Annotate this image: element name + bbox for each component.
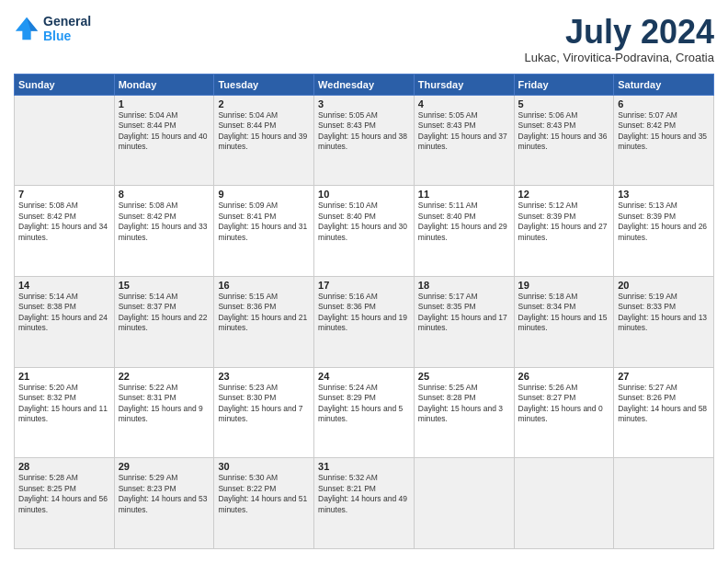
logo-text: General Blue: [43, 14, 91, 43]
day-info: Sunrise: 5:07 AMSunset: 8:42 PMDaylight:…: [618, 110, 710, 153]
logo-icon: [14, 16, 40, 41]
day-number: 8: [119, 189, 210, 200]
day-info: Sunrise: 5:26 AMSunset: 8:27 PMDaylight:…: [518, 383, 610, 425]
day-number: 30: [218, 461, 310, 472]
header-tuesday: Tuesday: [214, 74, 314, 95]
table-row: 12Sunrise: 5:12 AMSunset: 8:39 PMDayligh…: [514, 186, 614, 277]
day-info: Sunrise: 5:04 AMSunset: 8:44 PMDaylight:…: [218, 110, 310, 153]
day-info: Sunrise: 5:06 AMSunset: 8:43 PMDaylight:…: [518, 110, 610, 153]
table-row: 16Sunrise: 5:15 AMSunset: 8:36 PMDayligh…: [214, 276, 314, 367]
table-row: 17Sunrise: 5:16 AMSunset: 8:36 PMDayligh…: [314, 276, 415, 367]
table-row: [614, 458, 714, 549]
day-number: 16: [218, 280, 310, 291]
day-info: Sunrise: 5:29 AMSunset: 8:23 PMDaylight:…: [119, 473, 210, 515]
day-info: Sunrise: 5:30 AMSunset: 8:22 PMDaylight:…: [218, 473, 310, 515]
day-number: 5: [518, 98, 610, 109]
calendar-header-row: Sunday Monday Tuesday Wednesday Thursday…: [15, 74, 714, 95]
month-title: July 2024: [525, 14, 714, 51]
day-info: Sunrise: 5:04 AMSunset: 8:44 PMDaylight:…: [119, 110, 210, 153]
day-info: Sunrise: 5:05 AMSunset: 8:43 PMDaylight:…: [318, 110, 410, 153]
day-info: Sunrise: 5:32 AMSunset: 8:21 PMDaylight:…: [318, 473, 410, 515]
table-row: 13Sunrise: 5:13 AMSunset: 8:39 PMDayligh…: [614, 186, 714, 277]
day-number: 21: [18, 371, 110, 382]
day-info: Sunrise: 5:15 AMSunset: 8:36 PMDaylight:…: [218, 292, 310, 334]
day-number: 15: [119, 280, 210, 291]
day-number: 24: [318, 371, 410, 382]
table-row: 23Sunrise: 5:23 AMSunset: 8:30 PMDayligh…: [214, 367, 314, 458]
day-info: Sunrise: 5:18 AMSunset: 8:34 PMDaylight:…: [518, 292, 610, 334]
calendar-table: Sunday Monday Tuesday Wednesday Thursday…: [14, 74, 714, 549]
day-info: Sunrise: 5:05 AMSunset: 8:43 PMDaylight:…: [418, 110, 510, 153]
table-row: 30Sunrise: 5:30 AMSunset: 8:22 PMDayligh…: [214, 458, 314, 549]
table-row: 28Sunrise: 5:28 AMSunset: 8:25 PMDayligh…: [15, 458, 115, 549]
day-number: 10: [318, 189, 410, 200]
table-row: 14Sunrise: 5:14 AMSunset: 8:38 PMDayligh…: [15, 276, 115, 367]
day-info: Sunrise: 5:23 AMSunset: 8:30 PMDaylight:…: [218, 383, 310, 425]
day-info: Sunrise: 5:27 AMSunset: 8:26 PMDaylight:…: [618, 383, 710, 425]
calendar-week-row: 1Sunrise: 5:04 AMSunset: 8:44 PMDaylight…: [15, 95, 714, 186]
table-row: 22Sunrise: 5:22 AMSunset: 8:31 PMDayligh…: [114, 367, 214, 458]
table-row: 21Sunrise: 5:20 AMSunset: 8:32 PMDayligh…: [15, 367, 115, 458]
table-row: 24Sunrise: 5:24 AMSunset: 8:29 PMDayligh…: [314, 367, 415, 458]
header-wednesday: Wednesday: [314, 74, 415, 95]
header-friday: Friday: [514, 74, 614, 95]
day-number: 14: [18, 280, 110, 291]
table-row: 20Sunrise: 5:19 AMSunset: 8:33 PMDayligh…: [614, 276, 714, 367]
calendar-week-row: 7Sunrise: 5:08 AMSunset: 8:42 PMDaylight…: [15, 186, 714, 277]
calendar-page: General Blue July 2024 Lukac, Virovitica…: [0, 0, 728, 563]
day-info: Sunrise: 5:24 AMSunset: 8:29 PMDaylight:…: [318, 383, 410, 425]
table-row: 26Sunrise: 5:26 AMSunset: 8:27 PMDayligh…: [514, 367, 614, 458]
day-number: 28: [18, 461, 110, 472]
table-row: 3Sunrise: 5:05 AMSunset: 8:43 PMDaylight…: [314, 95, 415, 186]
header-saturday: Saturday: [614, 74, 714, 95]
day-number: 27: [618, 371, 710, 382]
table-row: 2Sunrise: 5:04 AMSunset: 8:44 PMDaylight…: [214, 95, 314, 186]
day-number: 11: [418, 189, 510, 200]
day-number: 2: [218, 98, 310, 109]
table-row: 6Sunrise: 5:07 AMSunset: 8:42 PMDaylight…: [614, 95, 714, 186]
table-row: 8Sunrise: 5:08 AMSunset: 8:42 PMDaylight…: [114, 186, 214, 277]
table-row: 19Sunrise: 5:18 AMSunset: 8:34 PMDayligh…: [514, 276, 614, 367]
day-number: 26: [518, 371, 610, 382]
day-info: Sunrise: 5:22 AMSunset: 8:31 PMDaylight:…: [119, 383, 210, 425]
day-number: 18: [418, 280, 510, 291]
day-number: 1: [119, 98, 210, 109]
table-row: 9Sunrise: 5:09 AMSunset: 8:41 PMDaylight…: [214, 186, 314, 277]
day-info: Sunrise: 5:12 AMSunset: 8:39 PMDaylight:…: [518, 201, 610, 243]
day-number: 19: [518, 280, 610, 291]
table-row: 31Sunrise: 5:32 AMSunset: 8:21 PMDayligh…: [314, 458, 415, 549]
day-number: 20: [618, 280, 710, 291]
day-number: 29: [119, 461, 210, 472]
table-row: 5Sunrise: 5:06 AMSunset: 8:43 PMDaylight…: [514, 95, 614, 186]
day-number: 4: [418, 98, 510, 109]
day-info: Sunrise: 5:08 AMSunset: 8:42 PMDaylight:…: [18, 201, 110, 243]
day-info: Sunrise: 5:28 AMSunset: 8:25 PMDaylight:…: [18, 473, 110, 515]
day-info: Sunrise: 5:20 AMSunset: 8:32 PMDaylight:…: [18, 383, 110, 425]
day-info: Sunrise: 5:17 AMSunset: 8:35 PMDaylight:…: [418, 292, 510, 334]
day-info: Sunrise: 5:08 AMSunset: 8:42 PMDaylight:…: [119, 201, 210, 243]
header-sunday: Sunday: [15, 74, 115, 95]
title-section: July 2024 Lukac, Virovitica-Podravina, C…: [525, 14, 714, 64]
header-thursday: Thursday: [414, 74, 514, 95]
table-row: [15, 95, 115, 186]
day-number: 31: [318, 461, 410, 472]
day-info: Sunrise: 5:13 AMSunset: 8:39 PMDaylight:…: [618, 201, 710, 243]
table-row: 1Sunrise: 5:04 AMSunset: 8:44 PMDaylight…: [114, 95, 214, 186]
header: General Blue July 2024 Lukac, Virovitica…: [14, 14, 714, 64]
day-number: 7: [18, 189, 110, 200]
calendar-week-row: 28Sunrise: 5:28 AMSunset: 8:25 PMDayligh…: [15, 458, 714, 549]
table-row: 18Sunrise: 5:17 AMSunset: 8:35 PMDayligh…: [414, 276, 514, 367]
table-row: 4Sunrise: 5:05 AMSunset: 8:43 PMDaylight…: [414, 95, 514, 186]
day-info: Sunrise: 5:14 AMSunset: 8:37 PMDaylight:…: [119, 292, 210, 334]
table-row: [514, 458, 614, 549]
day-number: 22: [119, 371, 210, 382]
logo: General Blue: [14, 14, 91, 43]
day-number: 6: [618, 98, 710, 109]
table-row: 25Sunrise: 5:25 AMSunset: 8:28 PMDayligh…: [414, 367, 514, 458]
day-number: 3: [318, 98, 410, 109]
day-info: Sunrise: 5:19 AMSunset: 8:33 PMDaylight:…: [618, 292, 710, 334]
day-number: 12: [518, 189, 610, 200]
day-info: Sunrise: 5:16 AMSunset: 8:36 PMDaylight:…: [318, 292, 410, 334]
day-number: 17: [318, 280, 410, 291]
day-info: Sunrise: 5:25 AMSunset: 8:28 PMDaylight:…: [418, 383, 510, 425]
